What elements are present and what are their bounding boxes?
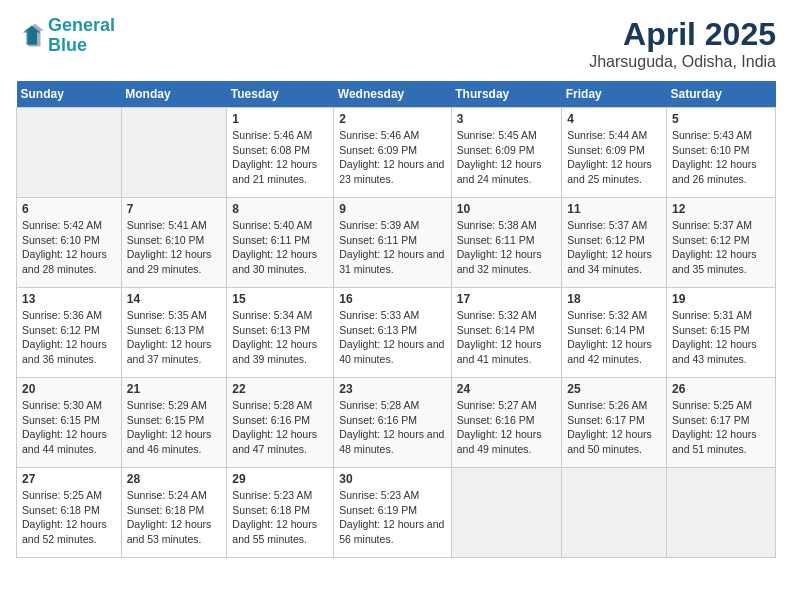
calendar-cell bbox=[121, 108, 227, 198]
day-number: 7 bbox=[127, 202, 222, 216]
day-info: Sunrise: 5:23 AMSunset: 6:18 PMDaylight:… bbox=[232, 488, 328, 547]
day-info: Sunrise: 5:38 AMSunset: 6:11 PMDaylight:… bbox=[457, 218, 556, 277]
calendar-cell: 26Sunrise: 5:25 AMSunset: 6:17 PMDayligh… bbox=[666, 378, 775, 468]
day-info: Sunrise: 5:44 AMSunset: 6:09 PMDaylight:… bbox=[567, 128, 661, 187]
day-info: Sunrise: 5:37 AMSunset: 6:12 PMDaylight:… bbox=[672, 218, 770, 277]
day-info: Sunrise: 5:29 AMSunset: 6:15 PMDaylight:… bbox=[127, 398, 222, 457]
day-number: 24 bbox=[457, 382, 556, 396]
day-info: Sunrise: 5:43 AMSunset: 6:10 PMDaylight:… bbox=[672, 128, 770, 187]
day-number: 9 bbox=[339, 202, 446, 216]
day-number: 10 bbox=[457, 202, 556, 216]
calendar-cell: 27Sunrise: 5:25 AMSunset: 6:18 PMDayligh… bbox=[17, 468, 122, 558]
day-info: Sunrise: 5:30 AMSunset: 6:15 PMDaylight:… bbox=[22, 398, 116, 457]
calendar-cell: 20Sunrise: 5:30 AMSunset: 6:15 PMDayligh… bbox=[17, 378, 122, 468]
calendar-cell: 3Sunrise: 5:45 AMSunset: 6:09 PMDaylight… bbox=[451, 108, 561, 198]
week-row-5: 27Sunrise: 5:25 AMSunset: 6:18 PMDayligh… bbox=[17, 468, 776, 558]
logo-text: General Blue bbox=[48, 16, 115, 56]
title-area: April 2025 Jharsuguda, Odisha, India bbox=[589, 16, 776, 71]
day-info: Sunrise: 5:28 AMSunset: 6:16 PMDaylight:… bbox=[339, 398, 446, 457]
day-number: 29 bbox=[232, 472, 328, 486]
day-number: 27 bbox=[22, 472, 116, 486]
day-number: 16 bbox=[339, 292, 446, 306]
day-info: Sunrise: 5:42 AMSunset: 6:10 PMDaylight:… bbox=[22, 218, 116, 277]
day-number: 8 bbox=[232, 202, 328, 216]
day-number: 15 bbox=[232, 292, 328, 306]
logo: General Blue bbox=[16, 16, 115, 56]
day-info: Sunrise: 5:28 AMSunset: 6:16 PMDaylight:… bbox=[232, 398, 328, 457]
calendar-cell: 15Sunrise: 5:34 AMSunset: 6:13 PMDayligh… bbox=[227, 288, 334, 378]
day-number: 2 bbox=[339, 112, 446, 126]
calendar-cell: 28Sunrise: 5:24 AMSunset: 6:18 PMDayligh… bbox=[121, 468, 227, 558]
day-info: Sunrise: 5:31 AMSunset: 6:15 PMDaylight:… bbox=[672, 308, 770, 367]
day-info: Sunrise: 5:32 AMSunset: 6:14 PMDaylight:… bbox=[567, 308, 661, 367]
day-number: 12 bbox=[672, 202, 770, 216]
calendar-cell: 29Sunrise: 5:23 AMSunset: 6:18 PMDayligh… bbox=[227, 468, 334, 558]
subtitle: Jharsuguda, Odisha, India bbox=[589, 53, 776, 71]
day-info: Sunrise: 5:46 AMSunset: 6:09 PMDaylight:… bbox=[339, 128, 446, 187]
calendar-cell: 18Sunrise: 5:32 AMSunset: 6:14 PMDayligh… bbox=[562, 288, 667, 378]
calendar-cell: 2Sunrise: 5:46 AMSunset: 6:09 PMDaylight… bbox=[334, 108, 452, 198]
week-row-1: 1Sunrise: 5:46 AMSunset: 6:08 PMDaylight… bbox=[17, 108, 776, 198]
day-number: 13 bbox=[22, 292, 116, 306]
day-header-wednesday: Wednesday bbox=[334, 81, 452, 108]
calendar-cell: 24Sunrise: 5:27 AMSunset: 6:16 PMDayligh… bbox=[451, 378, 561, 468]
logo-icon bbox=[16, 22, 44, 50]
week-row-2: 6Sunrise: 5:42 AMSunset: 6:10 PMDaylight… bbox=[17, 198, 776, 288]
calendar-cell bbox=[562, 468, 667, 558]
day-number: 1 bbox=[232, 112, 328, 126]
calendar-cell: 7Sunrise: 5:41 AMSunset: 6:10 PMDaylight… bbox=[121, 198, 227, 288]
day-header-sunday: Sunday bbox=[17, 81, 122, 108]
header: General Blue April 2025 Jharsuguda, Odis… bbox=[16, 16, 776, 71]
day-info: Sunrise: 5:25 AMSunset: 6:17 PMDaylight:… bbox=[672, 398, 770, 457]
day-number: 28 bbox=[127, 472, 222, 486]
calendar-cell: 13Sunrise: 5:36 AMSunset: 6:12 PMDayligh… bbox=[17, 288, 122, 378]
calendar-cell: 4Sunrise: 5:44 AMSunset: 6:09 PMDaylight… bbox=[562, 108, 667, 198]
day-header-tuesday: Tuesday bbox=[227, 81, 334, 108]
day-info: Sunrise: 5:34 AMSunset: 6:13 PMDaylight:… bbox=[232, 308, 328, 367]
day-number: 25 bbox=[567, 382, 661, 396]
day-info: Sunrise: 5:26 AMSunset: 6:17 PMDaylight:… bbox=[567, 398, 661, 457]
day-info: Sunrise: 5:24 AMSunset: 6:18 PMDaylight:… bbox=[127, 488, 222, 547]
day-info: Sunrise: 5:33 AMSunset: 6:13 PMDaylight:… bbox=[339, 308, 446, 367]
calendar-cell: 14Sunrise: 5:35 AMSunset: 6:13 PMDayligh… bbox=[121, 288, 227, 378]
calendar-cell: 8Sunrise: 5:40 AMSunset: 6:11 PMDaylight… bbox=[227, 198, 334, 288]
day-info: Sunrise: 5:45 AMSunset: 6:09 PMDaylight:… bbox=[457, 128, 556, 187]
day-number: 21 bbox=[127, 382, 222, 396]
day-number: 6 bbox=[22, 202, 116, 216]
day-number: 14 bbox=[127, 292, 222, 306]
day-number: 23 bbox=[339, 382, 446, 396]
day-number: 5 bbox=[672, 112, 770, 126]
calendar-cell: 21Sunrise: 5:29 AMSunset: 6:15 PMDayligh… bbox=[121, 378, 227, 468]
main-title: April 2025 bbox=[589, 16, 776, 53]
calendar-cell: 11Sunrise: 5:37 AMSunset: 6:12 PMDayligh… bbox=[562, 198, 667, 288]
day-info: Sunrise: 5:40 AMSunset: 6:11 PMDaylight:… bbox=[232, 218, 328, 277]
day-number: 30 bbox=[339, 472, 446, 486]
calendar-cell: 16Sunrise: 5:33 AMSunset: 6:13 PMDayligh… bbox=[334, 288, 452, 378]
week-row-4: 20Sunrise: 5:30 AMSunset: 6:15 PMDayligh… bbox=[17, 378, 776, 468]
day-number: 4 bbox=[567, 112, 661, 126]
day-number: 20 bbox=[22, 382, 116, 396]
calendar-cell: 19Sunrise: 5:31 AMSunset: 6:15 PMDayligh… bbox=[666, 288, 775, 378]
day-number: 11 bbox=[567, 202, 661, 216]
calendar-header-row: SundayMondayTuesdayWednesdayThursdayFrid… bbox=[17, 81, 776, 108]
calendar-cell: 23Sunrise: 5:28 AMSunset: 6:16 PMDayligh… bbox=[334, 378, 452, 468]
day-info: Sunrise: 5:25 AMSunset: 6:18 PMDaylight:… bbox=[22, 488, 116, 547]
day-number: 17 bbox=[457, 292, 556, 306]
day-number: 22 bbox=[232, 382, 328, 396]
day-number: 19 bbox=[672, 292, 770, 306]
day-header-monday: Monday bbox=[121, 81, 227, 108]
calendar-cell: 6Sunrise: 5:42 AMSunset: 6:10 PMDaylight… bbox=[17, 198, 122, 288]
calendar-body: 1Sunrise: 5:46 AMSunset: 6:08 PMDaylight… bbox=[17, 108, 776, 558]
day-info: Sunrise: 5:27 AMSunset: 6:16 PMDaylight:… bbox=[457, 398, 556, 457]
logo-line2: Blue bbox=[48, 35, 87, 55]
day-info: Sunrise: 5:41 AMSunset: 6:10 PMDaylight:… bbox=[127, 218, 222, 277]
day-header-thursday: Thursday bbox=[451, 81, 561, 108]
day-info: Sunrise: 5:35 AMSunset: 6:13 PMDaylight:… bbox=[127, 308, 222, 367]
calendar-cell: 17Sunrise: 5:32 AMSunset: 6:14 PMDayligh… bbox=[451, 288, 561, 378]
day-number: 26 bbox=[672, 382, 770, 396]
calendar-cell: 5Sunrise: 5:43 AMSunset: 6:10 PMDaylight… bbox=[666, 108, 775, 198]
calendar-cell bbox=[17, 108, 122, 198]
calendar-cell: 9Sunrise: 5:39 AMSunset: 6:11 PMDaylight… bbox=[334, 198, 452, 288]
day-info: Sunrise: 5:46 AMSunset: 6:08 PMDaylight:… bbox=[232, 128, 328, 187]
logo-line1: General bbox=[48, 15, 115, 35]
